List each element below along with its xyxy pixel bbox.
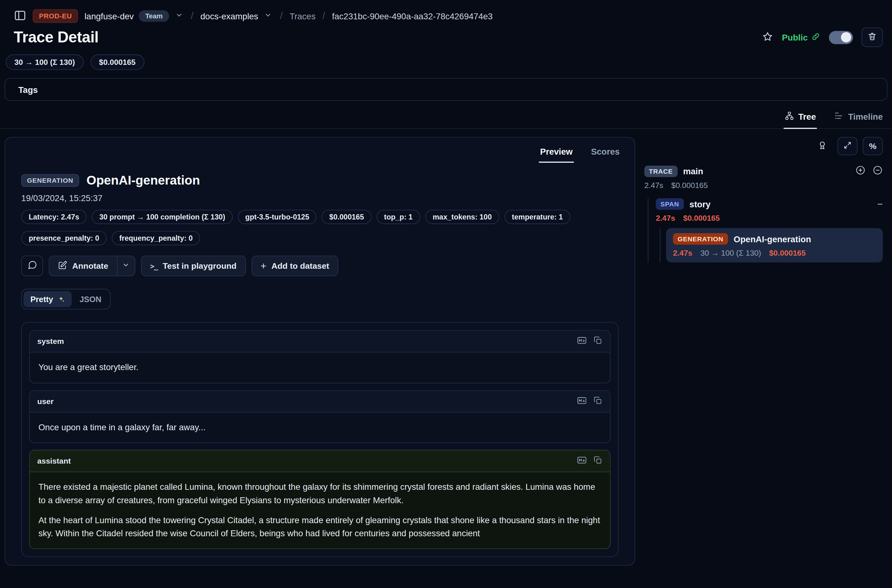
chevron-down-icon xyxy=(175,12,183,21)
collapse-node-button[interactable]: − xyxy=(877,199,883,209)
span-badge: SPAN xyxy=(656,198,684,210)
annotate-dropdown-button[interactable] xyxy=(117,256,135,276)
bookmark-trace-button[interactable] xyxy=(762,30,773,44)
terminal-icon: >_ xyxy=(150,262,158,270)
message-paragraph: Once upon a time in a galaxy far, far aw… xyxy=(38,421,601,434)
message-content: Once upon a time in a galaxy far, far aw… xyxy=(30,412,610,442)
breadcrumb-trace-id: fac231bc-90ee-490a-aa32-78c4269474e3 xyxy=(332,11,493,21)
tab-preview[interactable]: Preview xyxy=(539,143,574,163)
tags-label: Tags xyxy=(18,84,38,94)
markdown-toggle-button[interactable] xyxy=(577,335,587,347)
comment-icon xyxy=(27,260,37,272)
zoom-in-button[interactable] xyxy=(855,165,865,177)
trace-metrics: 2.47s $0.000165 xyxy=(644,181,883,190)
playground-label: Test in playground xyxy=(163,261,236,270)
tab-scores[interactable]: Scores xyxy=(590,143,621,163)
breadcrumb-separator: / xyxy=(189,10,195,22)
copy-icon xyxy=(593,456,602,466)
tab-timeline[interactable]: Timeline xyxy=(833,106,884,129)
message-user: user Once upon a time in xyxy=(29,390,611,443)
plus-circle-icon xyxy=(855,165,865,177)
zoom-out-button[interactable] xyxy=(872,165,883,177)
breadcrumb: langfuse-dev Team / docs-examples / Trac… xyxy=(84,10,493,22)
temperature-pill[interactable]: temperature: 1 xyxy=(504,210,570,224)
annotation-queue-button[interactable] xyxy=(812,137,832,155)
token-usage-chip[interactable]: 30 → 100 (Σ 130) xyxy=(6,54,83,70)
chevron-down-icon xyxy=(264,12,272,21)
format-pretty-button[interactable]: Pretty xyxy=(23,291,71,307)
expand-icon xyxy=(843,141,852,151)
annotate-button[interactable]: Annotate xyxy=(49,256,117,276)
generation-badge: GENERATION xyxy=(673,233,728,245)
span-latency: 2.47s xyxy=(656,214,675,223)
message-paragraph: There existed a majestic planet called L… xyxy=(38,481,601,507)
plus-icon: + xyxy=(260,261,266,271)
chevron-down-icon xyxy=(122,261,130,270)
delete-trace-button[interactable] xyxy=(862,27,883,47)
message-role-label: system xyxy=(37,337,64,346)
app-window: PROD-EU langfuse-dev Team / docs-example… xyxy=(0,0,892,588)
observation-meta-pills-row2: presence_penalty: 0 frequency_penalty: 0 xyxy=(21,231,619,245)
presence-penalty-pill[interactable]: presence_penalty: 0 xyxy=(21,231,107,245)
tab-timeline-label: Timeline xyxy=(848,112,883,121)
markdown-toggle-button[interactable] xyxy=(577,455,587,467)
top-p-pill[interactable]: top_p: 1 xyxy=(377,210,420,224)
tab-tree[interactable]: Tree xyxy=(784,106,817,129)
tree-node-generation-selected[interactable]: GENERATION OpenAI-generation 2.47s 30 → … xyxy=(666,228,883,262)
message-content: You are a great storyteller. xyxy=(30,352,610,382)
annotate-label: Annotate xyxy=(72,261,108,270)
message-system: system You are a great s xyxy=(29,330,611,383)
timeline-icon xyxy=(834,111,843,122)
cost-chip[interactable]: $0.000165 xyxy=(90,54,144,70)
view-tabs: Tree Timeline xyxy=(0,106,892,129)
generation-latency: 2.47s xyxy=(673,249,692,258)
copy-button[interactable] xyxy=(593,335,602,347)
org-switcher-chevron[interactable] xyxy=(174,12,184,21)
breadcrumb-traces[interactable]: Traces xyxy=(290,11,315,21)
message-paragraph: You are a great storyteller. xyxy=(38,361,601,374)
span-cost: $0.000165 xyxy=(683,214,720,223)
tags-section[interactable]: Tags xyxy=(5,78,887,101)
generation-cost: $0.000165 xyxy=(769,249,806,258)
trace-summary-chips: 30 → 100 (Σ 130) $0.000165 xyxy=(0,54,892,70)
breadcrumb-org[interactable]: langfuse-dev xyxy=(84,11,134,21)
span-name: story xyxy=(689,199,710,209)
environment-badge: PROD-EU xyxy=(33,9,78,23)
markdown-toggle-button[interactable] xyxy=(577,395,587,407)
trace-badge: TRACE xyxy=(644,165,677,177)
star-icon xyxy=(762,30,773,44)
trash-icon xyxy=(867,32,877,43)
tree-node-span[interactable]: SPAN story − xyxy=(656,198,883,210)
toggle-percent-metrics-button[interactable]: % xyxy=(863,137,883,155)
latency-pill[interactable]: Latency: 2.47s xyxy=(21,210,87,224)
page-title: Trace Detail xyxy=(14,28,99,46)
model-pill[interactable]: gpt-3.5-turbo-0125 xyxy=(238,210,317,224)
add-to-dataset-label: Add to dataset xyxy=(271,261,329,270)
test-in-playground-button[interactable]: >_ Test in playground xyxy=(141,256,246,276)
expand-collapse-button[interactable] xyxy=(837,137,857,155)
cost-pill[interactable]: $0.000165 xyxy=(322,210,371,224)
percent-icon: % xyxy=(869,141,876,151)
copy-icon xyxy=(593,336,602,347)
public-status: Public xyxy=(782,32,820,43)
project-switcher-chevron[interactable] xyxy=(263,12,273,21)
observation-meta-pills: Latency: 2.47s 30 prompt → 100 completio… xyxy=(21,210,619,224)
award-icon xyxy=(817,140,827,152)
public-toggle[interactable] xyxy=(829,30,853,44)
tree-icon xyxy=(784,111,793,122)
tree-node-trace[interactable]: TRACE main xyxy=(644,165,883,177)
sidebar-toggle-button[interactable] xyxy=(14,9,26,23)
generation-metrics: 2.47s 30 → 100 (Σ 130) $0.000165 xyxy=(673,249,876,258)
token-breakdown-pill[interactable]: 30 prompt → 100 completion (Σ 130) xyxy=(92,210,232,224)
breadcrumb-project[interactable]: docs-examples xyxy=(200,11,258,21)
observation-title: OpenAI-generation xyxy=(86,173,200,188)
observation-detail-card: Preview Scores GENERATION OpenAI-generat… xyxy=(5,137,635,566)
format-json-button[interactable]: JSON xyxy=(73,291,108,307)
copy-button[interactable] xyxy=(593,395,602,407)
frequency-penalty-pill[interactable]: frequency_penalty: 0 xyxy=(112,231,200,245)
copy-button[interactable] xyxy=(593,455,602,467)
max-tokens-pill[interactable]: max_tokens: 100 xyxy=(425,210,499,224)
add-to-dataset-button[interactable]: + Add to dataset xyxy=(251,256,338,276)
message-role-label: assistant xyxy=(37,457,71,465)
comment-button[interactable] xyxy=(21,256,43,276)
